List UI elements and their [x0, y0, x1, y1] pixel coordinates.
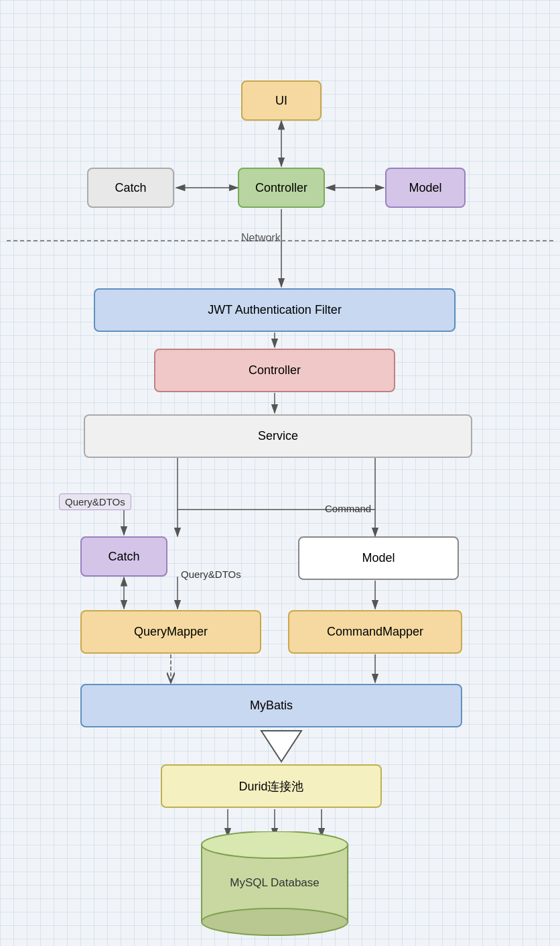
service-label: Service [258, 429, 298, 443]
model-top-label: Model [409, 181, 441, 195]
svg-point-24 [202, 831, 348, 858]
svg-marker-19 [261, 731, 301, 762]
command-label: Command [325, 503, 371, 514]
mysql-node: MySQL Database [201, 831, 348, 939]
jwt-filter-label: JWT Authentication Filter [208, 303, 342, 317]
ui-label: UI [275, 94, 287, 108]
mysql-cylinder-svg: MySQL Database [201, 831, 348, 939]
controller-bottom-label: Controller [249, 363, 301, 377]
mybatis-label: MyBatis [250, 699, 293, 713]
durid-label: Durid连接池 [238, 778, 303, 794]
catch-bottom-node: Catch [80, 536, 167, 577]
model-bottom-label: Model [362, 551, 395, 565]
controller-bottom-node: Controller [154, 349, 395, 392]
jwt-filter-node: JWT Authentication Filter [94, 288, 456, 332]
query-mapper-label: QueryMapper [134, 625, 208, 639]
catch-top-node: Catch [87, 168, 174, 208]
service-node: Service [84, 414, 472, 458]
model-bottom-node: Model [298, 536, 459, 580]
mybatis-node: MyBatis [80, 684, 462, 727]
catch-top-label: Catch [115, 181, 146, 195]
controller-top-node: Controller [238, 168, 325, 208]
model-top-node: Model [385, 168, 466, 208]
ui-node: UI [241, 80, 322, 121]
durid-node: Durid连接池 [161, 764, 382, 808]
query-dtos-label-2: Query&DTOs [181, 569, 241, 580]
query-dtos-label-1: Query&DTOs [59, 493, 131, 510]
catch-bottom-label: Catch [108, 550, 139, 564]
svg-point-25 [202, 908, 348, 935]
query-mapper-node: QueryMapper [80, 610, 261, 654]
command-mapper-label: CommandMapper [327, 625, 423, 639]
command-mapper-node: CommandMapper [288, 610, 462, 654]
diagram-container: Network UI Controller Catch Model JWT Au… [0, 0, 560, 946]
controller-top-label: Controller [255, 181, 307, 195]
network-label: Network [241, 232, 281, 244]
mysql-label: MySQL Database [230, 876, 320, 889]
